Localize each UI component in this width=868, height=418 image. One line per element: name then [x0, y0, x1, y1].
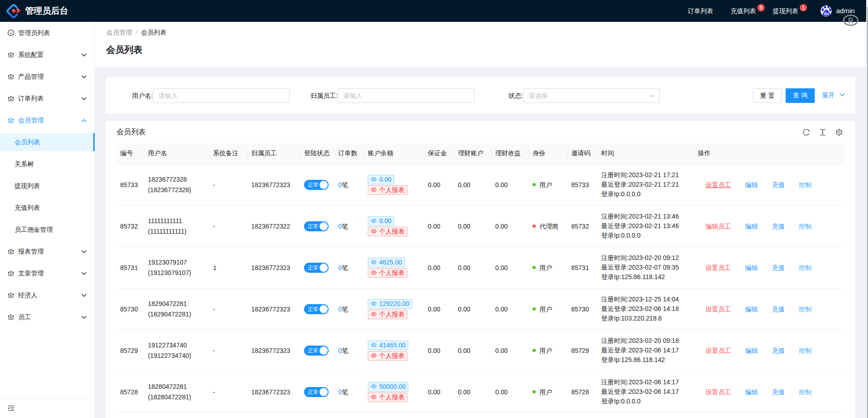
svg-text:du: du [824, 11, 829, 16]
svg-text:R: R [848, 16, 853, 25]
